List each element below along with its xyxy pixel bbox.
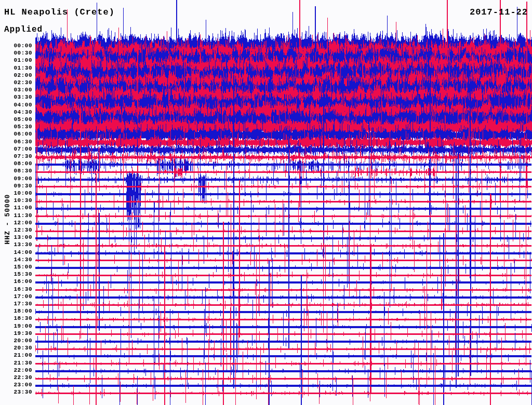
time-label: 14:00: [0, 249, 32, 255]
time-label: 05:00: [0, 116, 32, 123]
time-label: 05:30: [0, 124, 32, 130]
time-label: 13:30: [0, 241, 32, 248]
time-label: 07:30: [0, 153, 32, 159]
time-label: 02:00: [0, 72, 32, 78]
time-label: 18:00: [0, 308, 32, 314]
time-label: 06:00: [0, 131, 32, 137]
time-label: 14:30: [0, 256, 32, 263]
time-label: 17:00: [0, 293, 32, 300]
station-title: HL Neapolis (Crete): [4, 7, 115, 17]
time-label: 04:30: [0, 109, 32, 115]
time-label: 01:00: [0, 57, 32, 63]
time-label: 08:00: [0, 160, 32, 167]
time-label: 19:00: [0, 323, 32, 329]
time-label: 04:00: [0, 102, 32, 108]
time-label: 12:00: [0, 220, 32, 226]
time-label: 11:00: [0, 205, 32, 211]
filter-status-label: Applied: [4, 25, 43, 34]
time-label: 11:30: [0, 212, 32, 219]
time-label: 20:00: [0, 338, 32, 344]
time-label: 08:30: [0, 168, 32, 174]
time-label: 06:30: [0, 139, 32, 145]
time-label: 17:30: [0, 301, 32, 307]
time-label: 09:30: [0, 183, 32, 189]
time-label: 16:00: [0, 278, 32, 285]
time-label: 13:00: [0, 234, 32, 240]
time-label: 18:30: [0, 315, 32, 321]
time-label: 10:00: [0, 190, 32, 196]
time-label: 12:30: [0, 227, 32, 233]
time-label: 03:00: [0, 87, 32, 93]
time-label: 23:00: [0, 382, 32, 388]
time-label: 00:30: [0, 50, 32, 56]
time-label: 23:30: [0, 389, 32, 395]
time-label: 07:00: [0, 146, 32, 152]
time-label: 01:30: [0, 65, 32, 71]
plot-date: 2017-11-22: [470, 7, 528, 17]
time-label: 15:00: [0, 264, 32, 270]
time-label: 21:00: [0, 352, 32, 358]
helicorder-page: HL Neapolis (Crete) Applied 2017-11-22 H…: [0, 0, 532, 405]
helicorder-traces-canvas: [0, 0, 532, 405]
time-label: 03:30: [0, 94, 32, 100]
time-label: 00:00: [0, 43, 32, 49]
time-label: 16:30: [0, 286, 32, 292]
time-label: 09:00: [0, 176, 32, 182]
time-label: 19:30: [0, 330, 32, 336]
time-label: 22:30: [0, 374, 32, 381]
time-label: 10:30: [0, 197, 32, 204]
time-label: 21:30: [0, 360, 32, 366]
time-label: 15:30: [0, 271, 32, 277]
time-label: 20:30: [0, 345, 32, 351]
time-label: 22:00: [0, 367, 32, 373]
time-label: 02:30: [0, 79, 32, 86]
